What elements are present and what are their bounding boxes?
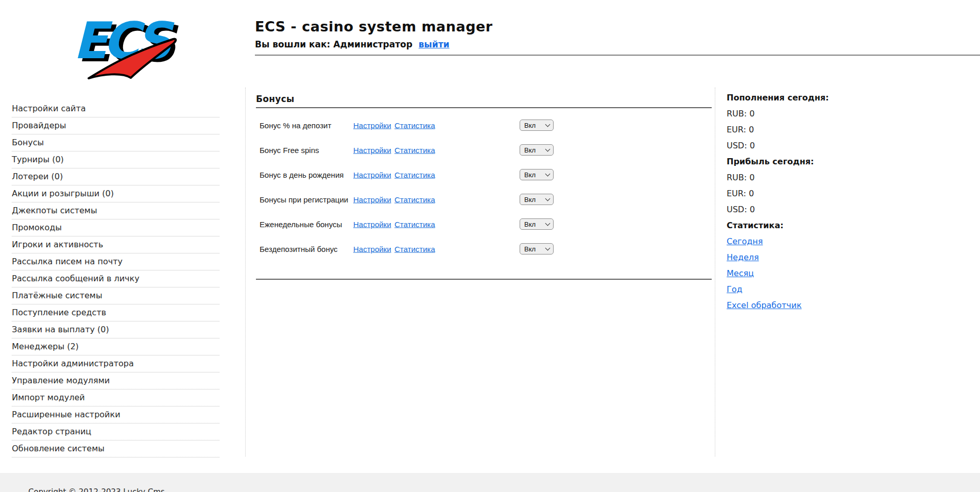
statistics-link[interactable]: Статистика <box>394 146 435 155</box>
sidebar-item-module-management[interactable]: Управление модулями <box>12 372 219 389</box>
deposits-usd: USD: 0 <box>727 141 953 157</box>
statistics-link[interactable]: Статистика <box>394 195 435 204</box>
copyright-text: Copyright © 2012-2023 Lucky Cms <box>28 487 165 492</box>
sidebar-item-bonuses[interactable]: Бонусы <box>12 134 219 151</box>
bonus-state-select-wrap: Вкл <box>520 243 554 255</box>
login-status: Вы вошли как: Администратор выйти <box>255 39 450 49</box>
sidebar-item-admin-settings[interactable]: Настройки администратора <box>12 355 219 372</box>
bonus-row-deposit-percent: Бонус % на депозит Настройки Статистика … <box>256 113 715 138</box>
sidebar-item-promocodes[interactable]: Промокоды <box>12 219 219 236</box>
sidebar-item-payout-requests[interactable]: Заявки на выплату (0) <box>12 321 219 338</box>
bonus-state-select-wrap: Вкл <box>520 194 554 205</box>
sidebar-item-jackpots[interactable]: Джекпоты системы <box>12 202 219 219</box>
stats-panel: Пополнения сегодня: RUB: 0 EUR: 0 USD: 0… <box>727 93 953 316</box>
profit-rub: RUB: 0 <box>727 173 953 189</box>
sidebar-item-lotteries[interactable]: Лотереи (0) <box>12 168 219 185</box>
sidebar-item-managers[interactable]: Менеджеры (2) <box>12 338 219 355</box>
bonus-state-select[interactable]: Вкл <box>520 169 554 180</box>
logout-link[interactable]: выйти <box>419 39 450 49</box>
sidebar-item-advanced-settings[interactable]: Расширенные настройки <box>12 406 219 423</box>
profit-today-heading: Прибыль сегодня: <box>727 157 953 173</box>
bonus-state-select[interactable]: Вкл <box>520 194 554 205</box>
statistics-link[interactable]: Статистика <box>394 220 435 229</box>
bonus-state-select[interactable]: Вкл <box>520 120 554 131</box>
bonuses-bottom-divider <box>256 279 712 280</box>
bonus-state-select-wrap: Вкл <box>520 169 554 180</box>
settings-link[interactable]: Настройки <box>353 245 391 253</box>
bonuses-panel: Бонусы Бонус % на депозит Настройки Стат… <box>245 88 715 456</box>
sidebar-item-payment-systems[interactable]: Платёжные системы <box>12 287 219 304</box>
header-divider <box>255 55 980 56</box>
bonus-state-select-wrap: Вкл <box>520 144 554 156</box>
profit-usd: USD: 0 <box>727 205 953 220</box>
sidebar-nav: Настройки сайта Провайдеры Бонусы Турнир… <box>12 100 219 457</box>
bonus-row-registration: Бонусы при регистрации Настройки Статист… <box>256 187 715 212</box>
stats-month-link[interactable]: Месяц <box>727 268 754 278</box>
settings-link[interactable]: Настройки <box>353 146 391 155</box>
bonus-label: Бонус Free spins <box>260 146 319 155</box>
settings-link[interactable]: Настройки <box>353 220 391 229</box>
bonus-state-select-wrap: Вкл <box>520 218 554 230</box>
bonus-label: Бездепозитный бонус <box>260 245 338 253</box>
sidebar-item-site-settings[interactable]: Настройки сайта <box>12 100 219 117</box>
bonus-label: Бонус % на депозит <box>260 121 331 130</box>
bonus-state-select[interactable]: Вкл <box>520 243 554 255</box>
ecs-logo[interactable]: ECS ECS <box>71 8 179 80</box>
sidebar-item-private-messages[interactable]: Рассылка сообщений в личку <box>12 270 219 287</box>
bonus-state-select-wrap: Вкл <box>520 120 554 131</box>
statistics-link[interactable]: Статистика <box>394 121 435 130</box>
admin-page: { "colors": { "accent_blue": "#156be4", … <box>0 0 980 492</box>
deposits-eur: EUR: 0 <box>727 125 953 141</box>
statistics-link[interactable]: Статистика <box>394 171 435 179</box>
bonus-rows: Бонус % на депозит Настройки Статистика … <box>256 113 715 261</box>
sidebar-item-players-activity[interactable]: Игроки и активность <box>12 236 219 253</box>
bonuses-heading-divider <box>256 107 712 108</box>
statistics-link[interactable]: Статистика <box>394 245 435 253</box>
sidebar-item-promotions[interactable]: Акции и розыгрыши (0) <box>12 185 219 202</box>
settings-link[interactable]: Настройки <box>353 171 391 179</box>
sidebar-item-system-update[interactable]: Обновление системы <box>12 440 219 457</box>
stats-today-link[interactable]: Сегодня <box>727 236 763 246</box>
bonus-label: Еженедельные бонусы <box>260 220 342 229</box>
bonus-row-no-deposit: Бездепозитный бонус Настройки Статистика… <box>256 236 715 261</box>
bonus-state-select[interactable]: Вкл <box>520 218 554 230</box>
bonus-row-weekly: Еженедельные бонусы Настройки Статистика… <box>256 212 715 236</box>
settings-link[interactable]: Настройки <box>353 195 391 204</box>
bonus-label: Бонус в день рождения <box>260 171 343 179</box>
sidebar-item-email-mailing[interactable]: Рассылка писем на почту <box>12 253 219 270</box>
sidebar-item-tournaments[interactable]: Турниры (0) <box>12 151 219 168</box>
stats-year-link[interactable]: Год <box>727 284 743 294</box>
deposits-today-heading: Пополнения сегодня: <box>727 93 953 109</box>
statistics-heading: Статистика: <box>727 220 953 236</box>
bonus-row-free-spins: Бонус Free spins Настройки Статистика Вк… <box>256 138 715 162</box>
deposits-rub: RUB: 0 <box>727 109 953 125</box>
page-title: ECS - casino system manager <box>255 19 493 35</box>
sidebar-item-incoming-funds[interactable]: Поступление средств <box>12 304 219 321</box>
profit-eur: EUR: 0 <box>727 189 953 205</box>
sidebar-item-providers[interactable]: Провайдеры <box>12 117 219 134</box>
footer: Copyright © 2012-2023 Lucky Cms <box>0 473 980 492</box>
login-status-text: Вы вошли как: Администратор <box>255 39 412 49</box>
sidebar-item-module-import[interactable]: Импорт модулей <box>12 389 219 406</box>
stats-excel-link[interactable]: Excel обработчик <box>727 300 802 310</box>
bonus-label: Бонусы при регистрации <box>260 195 348 204</box>
ecs-logo-image: ECS ECS <box>71 8 179 80</box>
bonuses-heading: Бонусы <box>256 94 715 104</box>
stats-week-link[interactable]: Неделя <box>727 252 759 262</box>
bonus-row-birthday: Бонус в день рождения Настройки Статисти… <box>256 162 715 187</box>
settings-link[interactable]: Настройки <box>353 121 391 130</box>
sidebar-item-page-editor[interactable]: Редактор страниц <box>12 423 219 440</box>
bonus-state-select[interactable]: Вкл <box>520 144 554 156</box>
